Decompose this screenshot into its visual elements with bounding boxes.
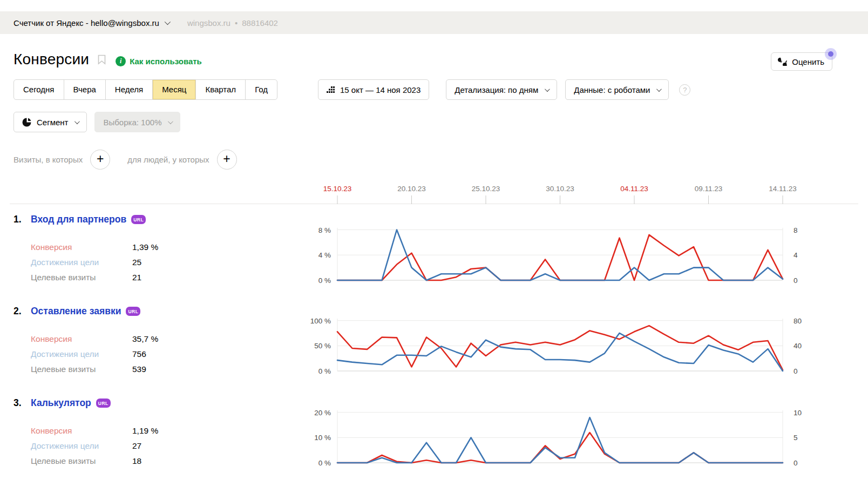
conversion-value: 35,7 % — [132, 334, 158, 344]
goal-reaches-value: 756 — [132, 349, 146, 359]
goal-reaches-value: 25 — [132, 258, 141, 267]
chevron-down-icon — [656, 86, 662, 92]
tab-year[interactable]: Год — [246, 80, 277, 99]
conversion-value: 1,19 % — [132, 426, 158, 436]
tab-month[interactable]: Месяц — [153, 80, 196, 99]
help-icon[interactable]: ? — [679, 84, 690, 96]
how-to-use-link[interactable]: i Как использовать — [116, 56, 202, 66]
conversion-chart-goal-2: 0 %50 %100 %04080 — [302, 313, 868, 383]
svg-text:25.10.23: 25.10.23 — [472, 185, 500, 193]
goal-name-link[interactable]: Калькулятор — [31, 397, 91, 409]
svg-text:0 %: 0 % — [318, 276, 331, 285]
svg-text:10: 10 — [794, 409, 802, 417]
visits-filter-label: Визиты, в которых — [13, 155, 83, 164]
goal-item: 1. Вход для партнеров URL Конверсия 1,39… — [13, 214, 294, 285]
chevron-down-icon — [165, 19, 171, 25]
svg-text:0: 0 — [794, 459, 798, 467]
svg-text:04.11.23: 04.11.23 — [620, 185, 648, 193]
tab-today[interactable]: Сегодня — [14, 80, 64, 99]
svg-text:40: 40 — [794, 342, 802, 350]
add-people-filter-button[interactable]: + — [217, 150, 237, 170]
counter-selector[interactable]: Счетчик от Яндекс - hello@wingsbox.ru — [13, 18, 169, 28]
sample-button[interactable]: Выборка: 100% — [94, 112, 180, 132]
svg-text:15.10.23: 15.10.23 — [323, 185, 352, 193]
svg-text:09.11.23: 09.11.23 — [695, 185, 723, 193]
goal-reaches-label: Достижения цели — [31, 258, 132, 267]
goal-visits-value: 539 — [132, 364, 146, 374]
add-visits-filter-button[interactable]: + — [90, 150, 110, 170]
conversion-chart-goal-1: 0 %4 %8 %048 — [302, 222, 868, 293]
counter-id: 88816402 — [242, 18, 278, 28]
metric-row: Целевые визиты 18 — [31, 454, 294, 469]
how-to-use-label: Как использовать — [130, 57, 202, 66]
data-mode-dropdown[interactable]: Данные: с роботами — [565, 79, 669, 100]
conversion-chart-goal-3: 0 %10 %20 %0510 — [302, 405, 868, 475]
goal-name-link[interactable]: Оставление заявки — [31, 306, 121, 317]
url-goal-type-badge: URL — [96, 399, 111, 408]
period-tabs: Сегодня Вчера Неделя Месяц Квартал Год — [13, 79, 277, 100]
svg-text:5: 5 — [794, 434, 798, 442]
goal-visits-value: 18 — [132, 456, 141, 466]
goal-visits-value: 21 — [132, 273, 141, 282]
url-goal-type-badge: URL — [131, 215, 146, 225]
page-header: Конверсии i Как использовать — [13, 51, 202, 68]
tab-quarter[interactable]: Квартал — [196, 80, 246, 99]
detail-label: Детализация: по дням — [455, 85, 538, 94]
svg-text:4: 4 — [794, 251, 798, 259]
date-range-label: 15 окт — 14 ноя 2023 — [340, 85, 421, 94]
svg-text:14.11.23: 14.11.23 — [769, 185, 797, 193]
svg-text:30.10.23: 30.10.23 — [546, 185, 574, 193]
svg-text:80: 80 — [794, 317, 802, 325]
segment-button[interactable]: Сегмент — [13, 112, 87, 132]
svg-text:10 %: 10 % — [314, 434, 331, 442]
svg-text:4 %: 4 % — [318, 251, 331, 259]
bookmark-icon[interactable] — [98, 55, 106, 67]
counter-site: wingsbox.ru — [187, 18, 230, 28]
goal-visits-label: Целевые визиты — [31, 273, 132, 282]
tab-week[interactable]: Неделя — [106, 80, 153, 99]
goal-visits-label: Целевые визиты — [31, 364, 132, 374]
goal-rank: 2. — [13, 306, 31, 317]
filter-row: Визиты, в которых + для людей, у которых… — [13, 150, 237, 170]
counter-separator: • — [235, 18, 238, 28]
counter-topbar: Счетчик от Яндекс - hello@wingsbox.ru wi… — [0, 11, 868, 34]
svg-text:8: 8 — [794, 226, 798, 234]
notification-dot — [825, 48, 837, 60]
segment-pie-icon — [22, 118, 31, 127]
url-goal-type-badge: URL — [126, 307, 140, 316]
chevron-down-icon — [168, 119, 173, 124]
segment-toolbar: Сегмент Выборка: 100% — [13, 112, 180, 132]
metric-row: Достижения цели 756 — [31, 347, 294, 362]
svg-text:100 %: 100 % — [310, 317, 331, 325]
conversion-label: Конверсия — [31, 242, 132, 252]
chevron-down-icon — [74, 119, 80, 124]
conversion-value: 1,39 % — [132, 242, 158, 252]
feedback-quotes-icon — [778, 57, 787, 66]
data-mode-label: Данные: с роботами — [574, 85, 650, 94]
calendar-grid-icon — [327, 86, 335, 93]
tab-yesterday[interactable]: Вчера — [64, 80, 106, 99]
counter-meta: wingsbox.ru • 88816402 — [187, 18, 278, 28]
goal-reaches-label: Достижения цели — [31, 349, 132, 359]
period-toolbar: Сегодня Вчера Неделя Месяц Квартал Год 1… — [13, 79, 690, 100]
rate-button[interactable]: Оценить — [771, 52, 832, 71]
page-title: Конверсии — [13, 51, 89, 68]
svg-text:0 %: 0 % — [318, 459, 331, 467]
svg-text:0: 0 — [794, 276, 798, 285]
metric-row: Целевые визиты 539 — [31, 362, 294, 377]
people-filter-label: для людей, у которых — [127, 155, 209, 164]
goal-reaches-value: 27 — [132, 441, 141, 451]
metric-row: Достижения цели 27 — [31, 438, 294, 454]
date-range-button[interactable]: 15 окт — 14 ноя 2023 — [318, 79, 429, 100]
metric-row: Конверсия 35,7 % — [31, 332, 294, 347]
conversion-label: Конверсия — [31, 334, 132, 344]
svg-text:0: 0 — [794, 367, 798, 375]
svg-text:20 %: 20 % — [314, 409, 331, 417]
detail-dropdown[interactable]: Детализация: по дням — [446, 79, 557, 100]
counter-selector-label: Счетчик от Яндекс - hello@wingsbox.ru — [13, 18, 159, 28]
metric-row: Достижения цели 25 — [31, 255, 294, 270]
goal-rank: 3. — [13, 397, 31, 409]
goal-name-link[interactable]: Вход для партнеров — [31, 214, 126, 225]
svg-text:50 %: 50 % — [314, 342, 331, 350]
segment-label: Сегмент — [37, 118, 68, 127]
